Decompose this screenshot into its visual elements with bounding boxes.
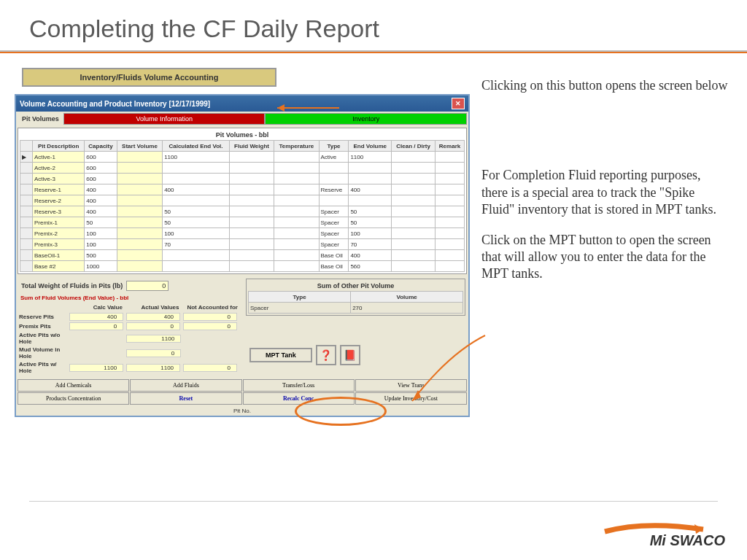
table-cell[interactable] [274,174,319,184]
table-cell[interactable] [436,250,465,261]
table-cell[interactable] [436,228,465,239]
table-cell[interactable] [436,217,465,228]
table-cell[interactable]: Base Oil [319,261,349,272]
table-cell[interactable] [229,184,274,195]
table-cell[interactable] [436,152,465,163]
table-cell[interactable] [229,228,274,239]
table-cell[interactable] [163,261,230,272]
table-cell[interactable] [20,195,33,206]
table-cell[interactable] [117,250,162,261]
table-cell[interactable] [117,184,162,195]
table-cell[interactable] [163,195,230,206]
table-cell[interactable]: Active [319,152,349,163]
table-cell[interactable] [436,174,465,184]
table-cell[interactable]: Base Oil [319,250,349,261]
table-cell[interactable]: 400 [85,195,117,206]
inventory-button[interactable]: Inventory/Fluids Volume Accounting [22,68,276,87]
table-row[interactable]: Reserve-340050Spacer50 [20,206,465,217]
total-weight-value[interactable]: 0 [126,281,169,291]
table-cell[interactable] [117,261,162,272]
table-cell[interactable] [392,184,436,195]
table-row[interactable]: Reserve-1400400Reserve400 [20,184,465,195]
table-cell[interactable]: 1000 [85,261,117,272]
add-fluids-button[interactable]: Add Fluids [130,379,241,392]
summary-actual-value[interactable]: 400 [126,313,180,321]
table-cell[interactable]: 400 [349,250,392,261]
table-cell[interactable] [392,228,436,239]
table-cell[interactable] [392,174,436,184]
table-row[interactable]: Premix-15050Spacer50 [20,217,465,228]
table-cell[interactable] [392,239,436,250]
table-cell[interactable]: 100 [85,239,117,250]
table-cell[interactable] [392,163,436,174]
table-cell[interactable] [436,261,465,272]
table-cell[interactable] [229,261,274,272]
table-cell[interactable] [163,163,230,174]
table-cell[interactable] [274,217,319,228]
table-cell[interactable]: Spacer [319,228,349,239]
table-cell[interactable] [274,261,319,272]
tab-volume-info[interactable]: Volume Information [63,113,266,125]
table-cell[interactable]: Active-1 [33,152,85,163]
tab-inventory[interactable]: Inventory [265,113,467,125]
table-cell[interactable]: 500 [85,250,117,261]
products-concentration-button[interactable]: Products Concentration [18,392,129,405]
table-cell[interactable] [117,195,162,206]
table-cell[interactable] [274,206,319,217]
table-row[interactable]: Active-3600 [20,174,465,184]
table-cell[interactable]: 100 [349,228,392,239]
table-cell[interactable]: Active-3 [33,174,85,184]
table-cell[interactable]: 50 [85,217,117,228]
table-cell[interactable] [20,228,33,239]
table-cell[interactable]: 1100 [349,152,392,163]
table-row[interactable]: Base #21000Base Oil560 [20,261,465,272]
table-cell[interactable] [349,174,392,184]
table-cell[interactable]: Active-2 [33,163,85,174]
mpt-tank-button[interactable]: MPT Tank [249,348,312,362]
table-cell[interactable]: 600 [85,152,117,163]
table-cell[interactable] [20,250,33,261]
table-cell[interactable] [117,152,162,163]
table-cell[interactable] [117,174,162,184]
table-cell[interactable]: 600 [85,174,117,184]
table-cell[interactable]: 50 [163,206,230,217]
table-cell[interactable]: 50 [349,217,392,228]
table-cell[interactable] [349,195,392,206]
summary-actual-value[interactable]: 0 [126,322,180,330]
tab-pit-volumes[interactable]: Pit Volumes [18,114,63,124]
table-cell[interactable] [319,163,349,174]
table-cell[interactable]: 100 [163,228,230,239]
table-cell[interactable]: Premix-3 [33,239,85,250]
table-cell[interactable] [436,163,465,174]
table-row[interactable]: Premix-310070Spacer70 [20,239,465,250]
summary-actual-value[interactable]: 1100 [126,335,181,343]
table-cell[interactable] [20,239,33,250]
table-cell[interactable] [20,184,33,195]
table-cell[interactable] [229,217,274,228]
table-cell[interactable] [20,217,33,228]
table-cell[interactable] [20,174,33,184]
table-cell[interactable]: ▶ [20,152,33,163]
table-cell[interactable]: 400 [85,184,117,195]
table-row[interactable]: Premix-2100100Spacer100 [20,228,465,239]
table-cell[interactable]: BaseOil-1 [33,250,85,261]
table-cell[interactable] [392,206,436,217]
table-cell[interactable] [20,163,33,174]
table-cell[interactable]: Reserve-3 [33,206,85,217]
table-cell[interactable] [117,228,162,239]
summary-actual-value[interactable]: 0 [126,349,181,357]
table-cell[interactable]: Spacer [319,217,349,228]
table-cell[interactable] [274,250,319,261]
table-cell[interactable]: Premix-2 [33,228,85,239]
table-cell[interactable] [392,217,436,228]
table-cell[interactable] [274,239,319,250]
summary-actual-value[interactable]: 1100 [126,364,180,372]
table-cell[interactable] [20,206,33,217]
update-inventory-button[interactable]: Update Inventory/Cost [355,392,467,405]
table-cell[interactable]: 70 [163,239,230,250]
table-cell[interactable] [163,250,230,261]
table-cell[interactable]: Reserve-1 [33,184,85,195]
exit-icon[interactable]: 📕 [340,345,360,365]
table-cell[interactable]: Spacer [319,206,349,217]
table-cell[interactable] [163,174,230,184]
